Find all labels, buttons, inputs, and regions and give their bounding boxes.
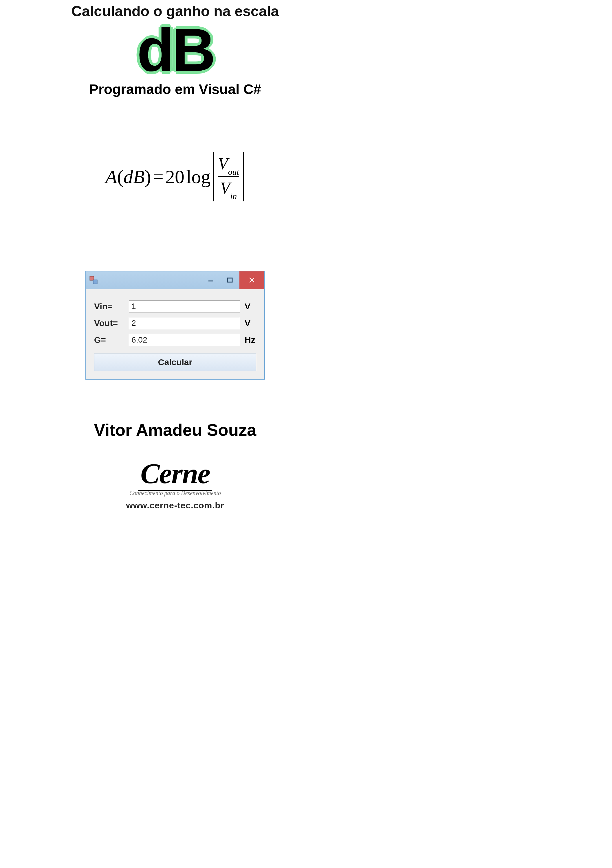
formula-coef: 20 xyxy=(165,166,185,188)
brand-url: www.cerne-tec.com.br xyxy=(30,501,320,510)
db-logo: dB xyxy=(30,21,320,79)
row-vin: Vin= V xyxy=(94,300,256,313)
author-name: Vitor Amadeu Souza xyxy=(30,420,320,440)
unit-vin: V xyxy=(240,301,256,311)
input-vout[interactable] xyxy=(129,317,240,329)
frac-num-sub: out xyxy=(228,167,239,177)
unit-gain: Hz xyxy=(240,335,256,345)
close-button[interactable] xyxy=(239,271,264,289)
unit-vout: V xyxy=(240,318,256,328)
app-window: Vin= V Vout= V G= Hz Calcular xyxy=(85,271,265,380)
input-gain[interactable] xyxy=(129,334,240,346)
form-body: Vin= V Vout= V G= Hz Calcular xyxy=(86,289,264,379)
formula-log: log xyxy=(186,166,210,188)
window-titlebar[interactable] xyxy=(86,271,264,289)
title-block: Calculando o ganho na escala dB Programa… xyxy=(30,3,320,97)
input-vin[interactable] xyxy=(129,300,240,313)
app-icon xyxy=(89,276,98,285)
frac-den-sub: in xyxy=(230,191,237,201)
label-gain: G= xyxy=(94,335,129,345)
formula-lhs-a: A xyxy=(106,166,117,187)
frac-num-main: V xyxy=(218,155,228,173)
equals-sign: = xyxy=(153,166,163,188)
label-vin: Vin= xyxy=(94,301,129,311)
brand-block: Cerne Conhecimento para o Desenvolviment… xyxy=(30,457,320,510)
svg-rect-1 xyxy=(93,280,97,284)
brand-logo: Cerne xyxy=(138,457,212,491)
maximize-button[interactable] xyxy=(220,271,239,289)
minimize-button[interactable] xyxy=(201,271,220,289)
label-vout: Vout= xyxy=(94,318,129,328)
svg-rect-3 xyxy=(228,278,232,282)
abs-bar-left xyxy=(213,152,214,202)
row-vout: Vout= V xyxy=(94,317,256,329)
calculate-button[interactable]: Calcular xyxy=(94,353,256,371)
frac-den-main: V xyxy=(220,179,230,197)
subtitle: Programado em Visual C# xyxy=(30,81,320,97)
abs-bar-right xyxy=(243,152,244,202)
formula-lhs-unit: dB xyxy=(123,166,144,187)
gain-formula: A(dB) = 20log Vout Vin xyxy=(30,152,320,202)
row-gain: G= Hz xyxy=(94,334,256,346)
